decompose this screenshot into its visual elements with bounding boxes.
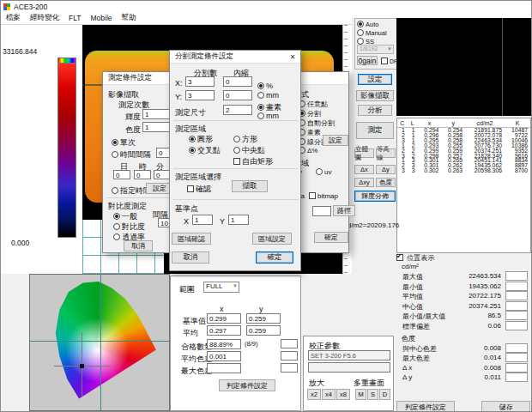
stat-row: 最小值 19435.062 xyxy=(396,282,532,292)
method-any-label: 任意點 xyxy=(307,100,328,108)
path-button[interactable]: 路徑 xyxy=(333,205,355,216)
statistics-panel: 位置表示 cd/m² 最大值 22463.534 最小值 19435.062 平… xyxy=(396,253,532,412)
day-field[interactable]: 0 xyxy=(113,170,130,179)
method-dpct-radio[interactable]: Δ% xyxy=(299,147,317,154)
coord-uv-radio[interactable]: uv xyxy=(316,168,331,176)
scale-min-value: 0.000 xyxy=(11,239,29,247)
position-display-checkbox[interactable]: 位置表示 xyxy=(396,253,532,263)
col-x: x xyxy=(418,118,442,128)
zoom-x8-button[interactable]: x8 xyxy=(336,389,350,400)
range-result-panel: 範圍 FULL▼ x y 基準值 0.299 0.259 平均 0.297 0.… xyxy=(170,276,301,411)
delta-xy-button[interactable]: Δxy xyxy=(354,178,374,187)
area-center-radio[interactable]: 中央點 xyxy=(233,145,265,156)
split-ok-button[interactable]: 確定 xyxy=(256,251,293,264)
luminance-colorbar xyxy=(57,63,76,238)
area-set-button[interactable]: 區域設定 xyxy=(252,233,292,245)
confirm-checkbox[interactable]: 確認 xyxy=(187,184,211,195)
settings-button[interactable]: 設定 xyxy=(358,74,392,85)
zoom-x4-button[interactable]: x4 xyxy=(322,389,336,400)
max-diff-field[interactable] xyxy=(207,363,241,373)
size-mm-icon xyxy=(257,112,264,119)
method-pixel-radio[interactable]: 畫素 xyxy=(299,128,321,137)
avg-y-field[interactable]: 0.259 xyxy=(246,325,281,336)
area-square-radio[interactable]: 方形 xyxy=(233,134,257,145)
inset-pct-label: % xyxy=(266,82,273,90)
bitmap-checkbox[interactable]: bitmap xyxy=(309,192,338,200)
method-split-radio[interactable]: 分割 xyxy=(299,109,321,118)
contour-button[interactable]: 等高線 xyxy=(376,148,396,158)
ref-x-field[interactable]: 1 xyxy=(192,215,213,225)
stat-flag-box xyxy=(505,363,528,373)
multi-d-button[interactable]: D xyxy=(379,389,390,400)
view-3d-button[interactable]: 立體圖 xyxy=(354,148,374,158)
menu-flt[interactable]: FLT xyxy=(69,14,81,22)
ref-x-field[interactable]: 0.299 xyxy=(207,313,241,324)
avg-x-field[interactable]: 0.297 xyxy=(207,325,241,336)
free-rect-checkbox[interactable]: 自由矩形 xyxy=(233,156,273,167)
ref-y-field[interactable]: 1 xyxy=(228,215,249,225)
x-inset-field[interactable]: 0 xyxy=(223,76,252,87)
zoom-x2-button[interactable]: x2 xyxy=(307,389,321,400)
size-field[interactable]: 2 xyxy=(223,105,252,115)
chroma-stats: 與中心色差 0.008 最大色差 0.014 Δ x 0.008 Δ y 0.0… xyxy=(396,343,532,383)
center-radio-icon xyxy=(233,147,240,154)
radio-manual[interactable]: Manual xyxy=(357,29,397,36)
method-any-radio[interactable]: 任意點 xyxy=(299,100,328,109)
dialog-title-bar[interactable]: 分割測定條件設定 ✕ xyxy=(170,51,300,64)
cie-crosshair-horizontal xyxy=(30,341,169,342)
area-circle-radio[interactable]: 圓形 xyxy=(189,134,213,145)
multi-s-button[interactable]: S xyxy=(367,389,378,400)
inset-pct-radio[interactable]: % xyxy=(257,82,273,90)
inset-mm-radio[interactable]: mm xyxy=(257,91,279,100)
table-row[interactable]: 330.302 0.26320598.3068700 xyxy=(397,168,530,173)
radio-ss[interactable]: SS xyxy=(357,38,397,45)
ref-y-field[interactable]: 0.259 xyxy=(246,313,281,324)
single-radio[interactable]: 單次 xyxy=(112,137,136,148)
save-button[interactable]: 儲存 xyxy=(481,401,530,412)
cond-cancel-button[interactable]: 取消 xyxy=(124,240,153,251)
col-l: L xyxy=(408,118,418,128)
menu-file[interactable]: 檔案 xyxy=(6,13,21,23)
region-set-button[interactable]: 設定 xyxy=(323,135,348,146)
path-field[interactable] xyxy=(312,206,331,216)
split-cancel-button[interactable]: 取消 xyxy=(172,251,209,264)
method-auto-radio[interactable]: 自動分割 xyxy=(299,118,335,128)
interval-radio[interactable]: 時間間隔 xyxy=(112,149,151,161)
delta-y-button[interactable]: Δy xyxy=(376,165,396,174)
area-confirm-button[interactable]: 區域確認 xyxy=(172,233,211,245)
radio-auto[interactable]: Auto xyxy=(357,21,397,27)
delta-x-button[interactable]: Δx xyxy=(354,165,374,174)
menu-help[interactable]: 幫助 xyxy=(122,13,136,23)
stat-flag-box xyxy=(505,353,528,362)
live-view-thumbnail xyxy=(396,18,531,116)
y-inset-field[interactable]: 0 xyxy=(223,90,252,100)
shutter-speed-select[interactable]: 1/8192▼ xyxy=(357,45,394,54)
range-select[interactable]: FULL▼ xyxy=(203,282,239,293)
multi-m-button[interactable]: M xyxy=(355,389,366,400)
luminance-dist-button[interactable]: 輝度分佈 xyxy=(354,191,396,202)
chr-count-label: 色度 xyxy=(125,124,141,136)
capture-area-button[interactable]: 擷取 xyxy=(232,180,268,192)
zero-gain-button[interactable]: 0gain xyxy=(357,56,378,65)
area-cross-radio[interactable]: 交叉點 xyxy=(189,145,221,156)
y-div-field[interactable]: 3 xyxy=(185,90,215,100)
chromaticity-button[interactable]: 色度 xyxy=(376,178,396,187)
measure-button[interactable]: 測定 xyxy=(356,122,394,139)
close-icon[interactable]: ✕ xyxy=(285,51,300,63)
size-mm-radio[interactable]: mm xyxy=(257,112,279,120)
hour-field[interactable]: 0 xyxy=(134,170,151,179)
radio-manual-label: Manual xyxy=(366,29,387,37)
minute-field[interactable]: 0 xyxy=(154,170,171,179)
cond-ok-button[interactable]: 確定 xyxy=(314,232,348,243)
menu-time-variation[interactable]: 經時變化 xyxy=(30,13,59,23)
bitmap-check-icon xyxy=(309,192,316,199)
window-title: ACE3-200 xyxy=(14,3,47,11)
table-body[interactable]: 110.294 0.25421891.87510487 210.296 0.25… xyxy=(397,128,530,174)
analyze-button[interactable]: 分析 xyxy=(358,105,392,116)
image-capture-button[interactable]: 影像擷取 xyxy=(356,90,394,101)
stat-flag-box xyxy=(505,373,528,382)
menu-mobile[interactable]: Mobile xyxy=(90,14,112,22)
judge-condition-button-2[interactable]: 判定條件設定 xyxy=(219,379,275,391)
x-div-field[interactable]: 3 xyxy=(185,76,215,87)
judge-condition-button[interactable]: 判定條件設定 xyxy=(396,401,455,412)
